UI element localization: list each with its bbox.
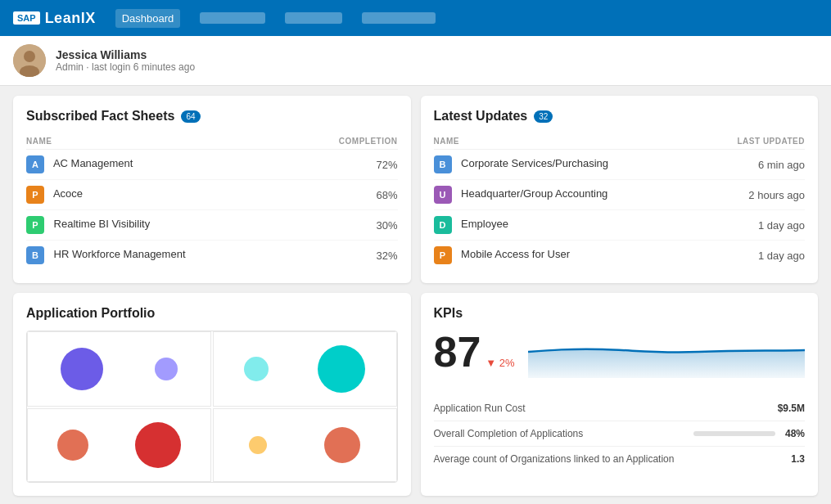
bubble (135, 422, 181, 468)
user-bar: Jessica Williams Admin · last login 6 mi… (0, 36, 831, 86)
nav-placeholder-1[interactable] (200, 12, 265, 24)
portfolio-cell (27, 331, 211, 407)
kpi-value: 1.3 (791, 453, 805, 465)
bubble (155, 358, 178, 380)
fact-sheet-icon: B (26, 246, 44, 264)
latest-updates-title: Latest Updates 32 (434, 109, 806, 124)
user-info: Jessica Williams Admin · last login 6 mi… (56, 48, 195, 73)
kpi-value: 48% (785, 428, 805, 439)
nav-placeholder-3[interactable] (362, 12, 436, 24)
table-row[interactable]: D Employee 1 day ago (434, 210, 806, 241)
subscribed-fact-sheets-title: Subscribed Fact Sheets 64 (26, 109, 398, 124)
latest-updates-card: Latest Updates 32 NAME LAST UPDATED B Co… (421, 96, 819, 283)
fact-sheet-icon: P (26, 216, 44, 234)
top-navigation: SAP LeanIX Dashboard (0, 0, 831, 36)
kpi-label: Average count of Organizations linked to… (434, 453, 792, 465)
update-name: U Headquarter/Group Accounting (434, 180, 702, 210)
update-time: 1 day ago (702, 241, 805, 271)
portfolio-cell (213, 408, 397, 482)
user-name: Jessica Williams (56, 48, 195, 61)
bubble (249, 436, 267, 454)
application-portfolio-card: Application Portfolio (13, 293, 411, 496)
bubble (324, 427, 360, 463)
fact-sheet-name: B HR Workforce Management (26, 241, 297, 271)
kpi-value: $9.5M (778, 403, 805, 414)
fact-sheet-name: P Realtime BI Visibility (26, 210, 297, 241)
kpis-card: KPIs 87 ▼ 2% (421, 293, 819, 496)
bubble (57, 430, 88, 461)
subscribed-badge: 64 (181, 110, 200, 123)
update-name: D Employee (434, 210, 702, 241)
kpi-row: Overall Completion of Applications 48% (434, 421, 806, 446)
kpis-title: KPIs (434, 306, 806, 321)
subscribed-title-text: Subscribed Fact Sheets (26, 109, 174, 124)
kpis-title-text: KPIs (434, 306, 463, 321)
table-row[interactable]: P Realtime BI Visibility 30% (26, 210, 398, 241)
table-row[interactable]: B HR Workforce Management 32% (26, 241, 398, 271)
table-row[interactable]: P Mobile Access for User 1 day ago (434, 241, 806, 271)
update-name: B Corporate Services/Purchasing (434, 150, 702, 180)
main-content: Subscribed Fact Sheets 64 NAME COMPLETIO… (0, 86, 831, 504)
kpi-label: Application Run Cost (434, 403, 778, 414)
bubble (318, 345, 365, 393)
svg-point-1 (24, 51, 35, 62)
kpi-number: 87 (434, 331, 481, 373)
sap-badge: SAP (13, 11, 40, 25)
fact-sheet-icon: A (26, 155, 44, 173)
kpi-score: 87 ▼ 2% (434, 331, 515, 373)
col-name-header-lu: NAME (434, 133, 702, 150)
portfolio-cell (213, 331, 397, 407)
update-icon: P (434, 246, 452, 264)
table-row[interactable]: P Acoce 68% (26, 180, 398, 210)
update-icon: B (434, 155, 452, 173)
leanix-label: LeanIX (45, 10, 96, 27)
fact-sheet-completion: 68% (297, 180, 397, 210)
fact-sheet-name: P Acoce (26, 180, 297, 210)
portfolio-title-text: Application Portfolio (26, 306, 155, 321)
update-time: 2 hours ago (702, 180, 805, 210)
col-name-header: NAME (26, 133, 297, 150)
progress-bar-container (693, 431, 775, 436)
subscribed-fact-sheets-card: Subscribed Fact Sheets 64 NAME COMPLETIO… (13, 96, 411, 283)
kpi-row: Average count of Organizations linked to… (434, 446, 806, 471)
latest-badge: 32 (534, 110, 553, 123)
portfolio-cell (27, 408, 211, 482)
update-icon: U (434, 186, 452, 204)
fact-sheet-completion: 32% (297, 241, 397, 271)
update-time: 6 min ago (702, 150, 805, 180)
user-meta: Admin · last login 6 minutes ago (56, 61, 195, 73)
bubble (61, 348, 103, 390)
update-time: 1 day ago (702, 210, 805, 241)
col-completion-header: COMPLETION (297, 133, 397, 150)
table-row[interactable]: U Headquarter/Group Accounting 2 hours a… (434, 180, 806, 210)
subscribed-table: NAME COMPLETION A AC Management 72% P Ac… (26, 133, 398, 270)
kpi-change: ▼ 2% (486, 357, 514, 369)
avatar (13, 44, 46, 77)
latest-title-text: Latest Updates (434, 109, 528, 124)
kpi-chart (528, 337, 805, 378)
fact-sheet-name: A AC Management (26, 150, 297, 180)
update-icon: D (434, 216, 452, 234)
bubble (244, 357, 269, 381)
col-updated-header: LAST UPDATED (702, 133, 805, 150)
table-row[interactable]: A AC Management 72% (26, 150, 398, 180)
latest-updates-table: NAME LAST UPDATED B Corporate Services/P… (434, 133, 806, 270)
kpi-row-right: 48% (693, 428, 805, 439)
update-name: P Mobile Access for User (434, 241, 702, 271)
kpi-metrics: Application Run Cost $9.5M Overall Compl… (434, 396, 806, 471)
nav-item-dashboard[interactable]: Dashboard (115, 9, 181, 28)
fact-sheet-icon: P (26, 186, 44, 204)
table-row[interactable]: B Corporate Services/Purchasing 6 min ag… (434, 150, 806, 180)
logo[interactable]: SAP LeanIX (13, 10, 96, 27)
nav-placeholder-2[interactable] (285, 12, 342, 24)
application-portfolio-title: Application Portfolio (26, 306, 398, 321)
fact-sheet-completion: 30% (297, 210, 397, 241)
fact-sheet-completion: 72% (297, 150, 397, 180)
kpi-row: Application Run Cost $9.5M (434, 396, 806, 421)
portfolio-grid (26, 331, 398, 483)
kpi-label: Overall Completion of Applications (434, 428, 693, 439)
